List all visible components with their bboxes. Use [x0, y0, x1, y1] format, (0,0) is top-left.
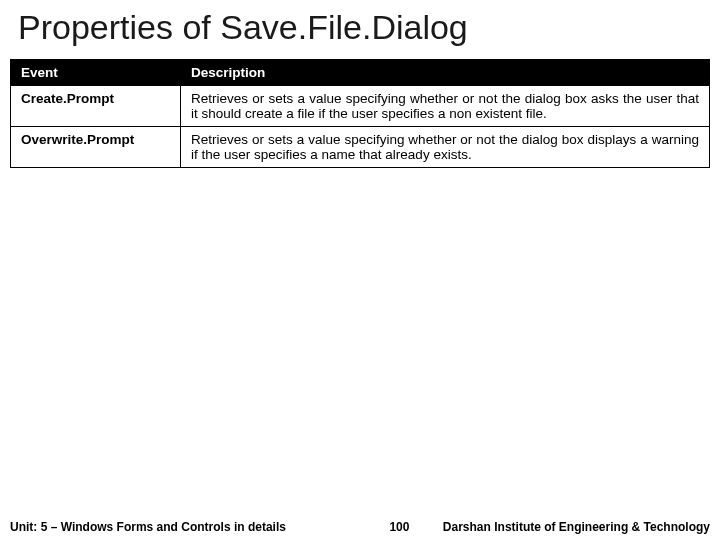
header-description: Description	[181, 60, 710, 86]
table-row: Create.Prompt Retrieves or sets a value …	[11, 86, 710, 127]
table-row: Overwrite.Prompt Retrieves or sets a val…	[11, 127, 710, 168]
properties-table-wrap: Event Description Create.Prompt Retrieve…	[0, 59, 720, 168]
footer-page-number: 100	[286, 520, 443, 534]
footer-institute: Darshan Institute of Engineering & Techn…	[443, 520, 710, 534]
property-name: Create.Prompt	[11, 86, 181, 127]
table-header-row: Event Description	[11, 60, 710, 86]
footer: Unit: 5 – Windows Forms and Controls in …	[0, 520, 720, 534]
property-description: Retrieves or sets a value specifying whe…	[181, 127, 710, 168]
properties-table: Event Description Create.Prompt Retrieve…	[10, 59, 710, 168]
footer-unit: Unit: 5 – Windows Forms and Controls in …	[10, 520, 286, 534]
property-description: Retrieves or sets a value specifying whe…	[181, 86, 710, 127]
page-title: Properties of Save.File.Dialog	[0, 0, 720, 59]
property-name: Overwrite.Prompt	[11, 127, 181, 168]
header-event: Event	[11, 60, 181, 86]
